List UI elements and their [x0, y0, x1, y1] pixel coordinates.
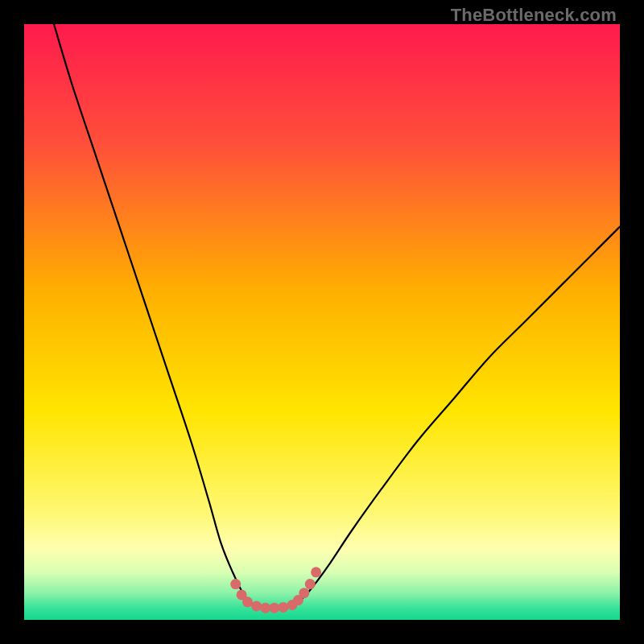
gradient-rect [24, 24, 620, 620]
outer-frame: TheBottleneck.com [0, 0, 644, 644]
plot-area [24, 24, 620, 620]
background-gradient [24, 24, 620, 620]
watermark-text: TheBottleneck.com [451, 5, 617, 26]
